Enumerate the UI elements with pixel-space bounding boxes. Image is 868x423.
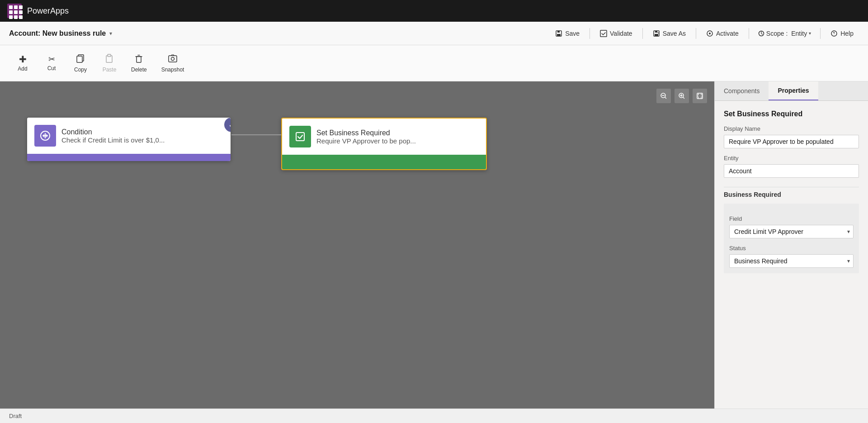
- add-icon: ✚: [19, 55, 27, 64]
- app-title: PowerApps: [27, 6, 69, 16]
- copy-button[interactable]: Copy: [67, 50, 94, 76]
- activate-button[interactable]: Activate: [701, 27, 744, 40]
- copy-label: Copy: [74, 67, 87, 73]
- business-required-label: Business Required: [724, 187, 859, 198]
- status-select-wrapper: Business Required Not Business Required …: [729, 254, 854, 268]
- panel-content: Set Business Required Display Name Entit…: [715, 101, 868, 409]
- separator-3: [696, 28, 696, 39]
- business-required-box: Field Credit Limit VP Approver VP Approv…: [724, 204, 859, 273]
- separator-2: [642, 28, 643, 39]
- entity-input[interactable]: [724, 164, 859, 178]
- copy-icon: [75, 53, 85, 65]
- zoom-in-button[interactable]: [675, 89, 689, 103]
- status-label: Status: [729, 245, 854, 252]
- scope-button[interactable]: Scope : Entity ▾: [754, 27, 816, 40]
- canvas-controls: [656, 89, 707, 103]
- cut-label: Cut: [47, 65, 56, 71]
- status-select[interactable]: Business Required Not Business Required …: [729, 254, 854, 268]
- add-button[interactable]: ✚ Add: [9, 51, 36, 76]
- condition-desc: Check if Credit Limit is over $1,0...: [61, 136, 165, 144]
- display-name-input[interactable]: [724, 135, 859, 148]
- svg-rect-5: [655, 31, 657, 33]
- cut-button[interactable]: ✂ Cut: [38, 52, 65, 75]
- header-bar: Account: New business rule ▾ Save Valida…: [0, 22, 868, 45]
- svg-rect-1: [557, 31, 560, 33]
- action-desc: Require VP Approver to be pop...: [316, 137, 416, 145]
- field-select[interactable]: Credit Limit VP Approver VP Approver Cre…: [729, 225, 854, 238]
- action-icon: [289, 126, 311, 147]
- tab-components-label: Components: [724, 87, 760, 95]
- scope-chevron: ▾: [809, 31, 811, 36]
- svg-point-10: [834, 34, 835, 35]
- svg-rect-22: [296, 133, 304, 141]
- svg-rect-16: [169, 56, 177, 62]
- svg-point-17: [171, 57, 175, 61]
- field-label: Field: [729, 215, 854, 222]
- paste-button[interactable]: Paste: [96, 50, 123, 76]
- tab-components[interactable]: Components: [715, 81, 769, 100]
- save-label: Save: [565, 30, 580, 37]
- panel-tabs: Components Properties: [715, 81, 868, 101]
- validate-button[interactable]: Validate: [594, 27, 638, 40]
- svg-rect-20: [697, 93, 703, 99]
- activate-label: Activate: [716, 30, 739, 37]
- save-as-button[interactable]: Save As: [647, 27, 691, 40]
- help-button[interactable]: Help: [825, 27, 859, 40]
- snapshot-label: Snapshot: [161, 67, 184, 73]
- svg-rect-15: [137, 57, 141, 62]
- save-as-label: Save As: [663, 30, 686, 37]
- action-footer: [282, 155, 486, 169]
- canvas-area[interactable]: Condition Check if Credit Limit is over …: [0, 81, 714, 409]
- svg-rect-3: [600, 30, 607, 37]
- field-select-wrapper: Credit Limit VP Approver VP Approver Cre…: [729, 225, 854, 238]
- scope-text: Scope :: [766, 30, 789, 37]
- status-bar: Draft: [0, 409, 868, 423]
- separator-5: [820, 28, 821, 39]
- main-content: Condition Check if Credit Limit is over …: [0, 81, 868, 409]
- save-button[interactable]: Save: [550, 27, 585, 40]
- entity-label: Entity: [791, 30, 807, 37]
- action-type: Set Business Required: [316, 129, 416, 137]
- svg-rect-2: [557, 34, 561, 36]
- delete-button[interactable]: Delete: [125, 50, 153, 76]
- delete-icon: [134, 53, 144, 65]
- title-chevron[interactable]: ▾: [109, 30, 112, 37]
- entity-field-label: Entity: [724, 155, 859, 162]
- fit-button[interactable]: [693, 89, 707, 103]
- paste-icon: [104, 53, 114, 65]
- header-actions: Save Validate Save As: [550, 27, 859, 40]
- condition-node[interactable]: Condition Check if Credit Limit is over …: [27, 118, 231, 161]
- help-label: Help: [840, 30, 854, 37]
- svg-rect-6: [655, 34, 658, 36]
- draft-status: Draft: [9, 413, 22, 419]
- action-node[interactable]: Set Business Required Require VP Approve…: [281, 118, 487, 170]
- condition-text: Condition Check if Credit Limit is over …: [61, 128, 165, 144]
- condition-footer: [27, 154, 231, 161]
- zoom-out-button[interactable]: [656, 89, 671, 103]
- condition-type: Condition: [61, 128, 165, 136]
- condition-icon: [34, 125, 56, 147]
- right-panel: Components Properties Set Business Requi…: [714, 81, 868, 409]
- separator-4: [749, 28, 749, 39]
- tab-properties[interactable]: Properties: [769, 81, 818, 100]
- display-name-label: Display Name: [724, 125, 859, 132]
- panel-section-title: Set Business Required: [724, 110, 859, 118]
- add-label: Add: [18, 66, 27, 72]
- waffle-icon[interactable]: [7, 4, 22, 18]
- snapshot-button[interactable]: Snapshot: [155, 50, 191, 76]
- svg-rect-14: [108, 54, 111, 57]
- snapshot-icon: [168, 53, 178, 65]
- svg-rect-12: [77, 56, 82, 62]
- cut-icon: ✂: [48, 55, 55, 63]
- action-text: Set Business Required Require VP Approve…: [316, 129, 416, 145]
- tab-properties-label: Properties: [778, 87, 809, 94]
- separator-1: [590, 28, 590, 39]
- header-left: Account: New business rule ▾: [9, 29, 112, 38]
- delete-label: Delete: [131, 67, 147, 73]
- page-title: Account: New business rule: [9, 29, 106, 38]
- validate-label: Validate: [610, 30, 632, 37]
- paste-label: Paste: [103, 67, 117, 73]
- toolbar: ✚ Add ✂ Cut Copy Paste: [0, 45, 868, 81]
- top-bar: PowerApps: [0, 0, 868, 22]
- connector-line: [231, 134, 281, 135]
